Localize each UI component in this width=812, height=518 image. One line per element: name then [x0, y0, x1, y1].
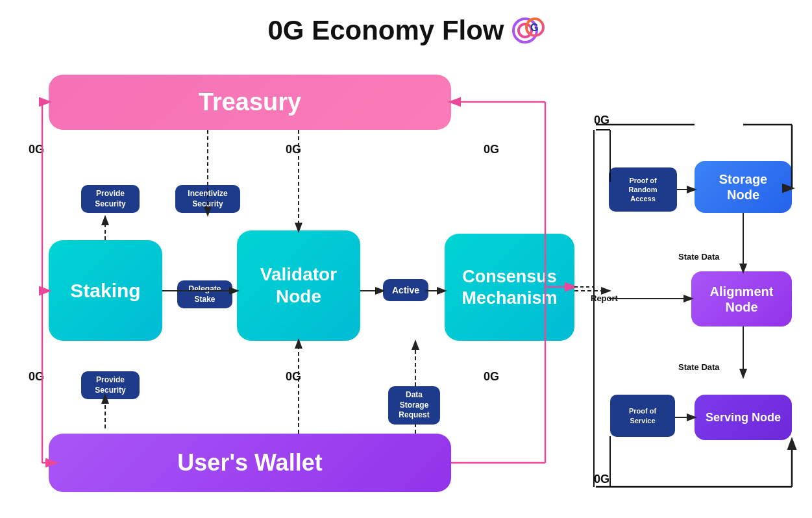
proof-random-label: Proof of Random Access [629, 176, 658, 204]
treasury-box: Treasury [49, 75, 451, 130]
state-data-top-label: State Data [678, 252, 720, 262]
diagram-container: 0G Economy Flow G Treasury Staking Valid… [0, 0, 812, 518]
alignment-label: Alignment Node [710, 284, 774, 315]
proof-random-access-box: Proof of Random Access [609, 167, 677, 212]
serving-label: Serving Node [706, 411, 781, 425]
og-label-far-right-bottom: 0G [594, 473, 609, 486]
wallet-label: User's Wallet [177, 449, 322, 476]
title-text: 0G Economy Flow [267, 15, 504, 46]
incentivize-security-label: Incentivize Security [188, 189, 227, 208]
report-label: Report [591, 293, 618, 303]
delegate-stake-box: Delegate Stake [177, 280, 232, 308]
treasury-label: Treasury [199, 88, 301, 116]
og-label-left-bottom: 0G [29, 370, 44, 384]
staking-box: Staking [49, 240, 162, 341]
validator-label: Validator Node [260, 264, 337, 307]
state-data-bottom-text: State Data [678, 362, 720, 372]
serving-node-box: Serving Node [695, 395, 792, 440]
storage-node-box: Storage Node [695, 161, 792, 213]
staking-label: Staking [70, 280, 140, 302]
data-storage-request-box: Data Storage Request [388, 386, 440, 425]
logo-icon: G [512, 14, 545, 47]
og-label-right-top: 0G [484, 143, 499, 156]
report-text: Report [591, 293, 618, 303]
consensus-mechanism-box: Consensus Mechanism [445, 234, 574, 341]
alignment-node-box: Alignment Node [691, 271, 792, 327]
proof-service-label: Proof of Service [629, 406, 656, 425]
delegate-stake-label: Delegate Stake [188, 284, 221, 304]
active-box: Active [383, 279, 428, 301]
state-data-top-text: State Data [678, 252, 720, 262]
page-title: 0G Economy Flow G [267, 14, 544, 47]
provide-security-top-label: Provide Security [95, 189, 125, 208]
og-label-mid-top: 0G [286, 143, 301, 156]
og-label-right-bottom: 0G [484, 370, 499, 384]
og-label-far-right-top: 0G [594, 114, 609, 127]
proof-service-box: Proof of Service [610, 395, 675, 437]
svg-text:G: G [530, 22, 538, 33]
state-data-bottom-label: State Data [678, 362, 720, 372]
users-wallet-box: User's Wallet [49, 434, 451, 492]
provide-security-bottom-box: Provide Security [81, 371, 140, 399]
storage-label: Storage Node [719, 171, 767, 203]
data-storage-label: Data Storage Request [399, 390, 429, 419]
active-label: Active [392, 285, 419, 295]
og-label-left-top: 0G [29, 143, 44, 156]
og-label-mid-bottom: 0G [286, 370, 301, 384]
provide-security-bottom-label: Provide Security [95, 375, 125, 395]
incentivize-security-box: Incentivize Security [175, 185, 240, 213]
consensus-label: Consensus Mechanism [461, 266, 557, 308]
provide-security-top-box: Provide Security [81, 185, 140, 213]
validator-node-box: Validator Node [237, 230, 360, 341]
